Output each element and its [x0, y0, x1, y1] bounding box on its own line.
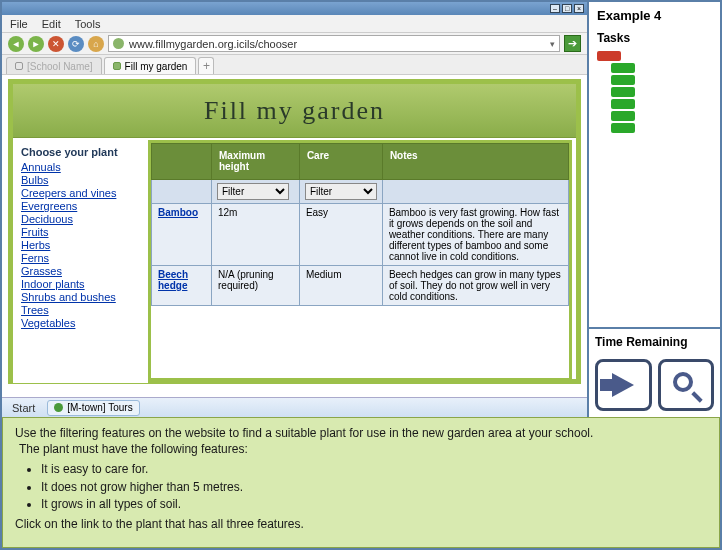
- filter-row: Filter Filter: [152, 180, 569, 204]
- globe-icon: [113, 38, 124, 49]
- zoom-button[interactable]: [658, 359, 715, 411]
- task-indicator: [611, 111, 635, 121]
- tab-icon: [113, 62, 121, 70]
- os-taskbar: Start [M-town] Tours: [2, 397, 587, 417]
- plant-link-beech-hedge[interactable]: Beech hedge: [158, 269, 188, 291]
- tab-school-label: [School Name]: [27, 61, 93, 72]
- home-button[interactable]: ⌂: [88, 36, 104, 52]
- tab-active-label: Fill my garden: [125, 61, 188, 72]
- cell-notes: Beech hedges can grow in many types of s…: [382, 266, 568, 306]
- instruction-bullet: It does not grow higher than 5 metres.: [41, 479, 707, 495]
- app-root: – □ × File Edit Tools ◄ ► ✕ ⟳ ⌂ www.fill…: [0, 0, 722, 550]
- forward-button[interactable]: ►: [28, 36, 44, 52]
- task-indicator: [611, 123, 635, 133]
- magnifier-icon: [673, 372, 699, 398]
- side-panel: Example 4 Tasks Time Remaining: [589, 2, 720, 417]
- sidebar-list: AnnualsBulbsCreepers and vinesEvergreens…: [21, 161, 140, 329]
- plant-link-bamboo[interactable]: Bamboo: [158, 207, 198, 218]
- page-body: Choose your plant AnnualsBulbsCreepers a…: [13, 138, 576, 383]
- upper-pane: – □ × File Edit Tools ◄ ► ✕ ⟳ ⌂ www.fill…: [2, 2, 720, 417]
- col-name: [152, 144, 212, 180]
- sidebar-item-herbs[interactable]: Herbs: [21, 239, 140, 251]
- tasks-indicator: [589, 47, 720, 143]
- taskbar-app[interactable]: [M-town] Tours: [47, 400, 139, 416]
- cell-care: Easy: [299, 204, 382, 266]
- sidebar-item-ferns[interactable]: Ferns: [21, 252, 140, 264]
- start-button[interactable]: Start: [6, 402, 41, 414]
- filter-height[interactable]: Filter: [217, 183, 289, 200]
- sidebar-item-fruits[interactable]: Fruits: [21, 226, 140, 238]
- instruction-bullets: It is easy to care for.It does not grow …: [41, 461, 707, 512]
- close-button[interactable]: ×: [574, 4, 584, 13]
- instructions-panel: Use the filtering features on the websit…: [2, 417, 720, 548]
- col-height: Maximum height: [212, 144, 300, 180]
- instruction-line1: Use the filtering features on the websit…: [15, 425, 707, 441]
- url-bar[interactable]: www.fillmygarden.org.icils/chooser ▾: [108, 35, 560, 52]
- menu-edit[interactable]: Edit: [42, 18, 61, 30]
- task-indicator: [597, 51, 621, 61]
- page-viewport: Fill my garden Choose your plant Annuals…: [2, 75, 587, 397]
- cell-care: Medium: [299, 266, 382, 306]
- instruction-line3: Click on the link to the plant that has …: [15, 516, 707, 532]
- sidebar-item-evergreens[interactable]: Evergreens: [21, 200, 140, 212]
- instruction-line2: The plant must have the following featur…: [19, 441, 707, 457]
- stop-button[interactable]: ✕: [48, 36, 64, 52]
- page-title: Fill my garden: [204, 96, 385, 126]
- sidebar-item-vegetables[interactable]: Vegetables: [21, 317, 140, 329]
- reload-button[interactable]: ⟳: [68, 36, 84, 52]
- table-box: Maximum height Care Notes Filte: [148, 140, 572, 381]
- sidebar-item-grasses[interactable]: Grasses: [21, 265, 140, 277]
- maximize-button[interactable]: □: [562, 4, 572, 13]
- cell-height: 12m: [212, 204, 300, 266]
- sidebar-item-deciduous[interactable]: Deciduous: [21, 213, 140, 225]
- plant-category-sidebar: Choose your plant AnnualsBulbsCreepers a…: [13, 138, 148, 383]
- filter-care[interactable]: Filter: [305, 183, 377, 200]
- tab-school[interactable]: [School Name]: [6, 57, 102, 74]
- tab-icon: [15, 62, 23, 70]
- plants-table: Maximum height Care Notes Filte: [151, 143, 569, 306]
- minimize-button[interactable]: –: [550, 4, 560, 13]
- col-care: Care: [299, 144, 382, 180]
- arrow-right-icon: [612, 373, 634, 397]
- sidebar-item-bulbs[interactable]: Bulbs: [21, 174, 140, 186]
- sidebar-heading: Choose your plant: [21, 146, 140, 158]
- sidebar-item-creepers-and-vines[interactable]: Creepers and vines: [21, 187, 140, 199]
- menu-file[interactable]: File: [10, 18, 28, 30]
- instruction-bullet: It grows in all types of soil.: [41, 496, 707, 512]
- col-notes: Notes: [382, 144, 568, 180]
- menu-bar: File Edit Tools: [2, 15, 587, 33]
- tab-strip: [School Name] Fill my garden +: [2, 55, 587, 75]
- back-button[interactable]: ◄: [8, 36, 24, 52]
- window-titlebar: – □ ×: [2, 2, 587, 15]
- sidebar-item-indoor-plants[interactable]: Indoor plants: [21, 278, 140, 290]
- cell-height: N/A (pruning required): [212, 266, 300, 306]
- next-button[interactable]: [595, 359, 652, 411]
- menu-tools[interactable]: Tools: [75, 18, 101, 30]
- new-tab-button[interactable]: +: [198, 57, 214, 74]
- example-title: Example 4: [589, 2, 720, 25]
- app-icon: [54, 403, 63, 412]
- sidebar-item-shrubs-and-bushes[interactable]: Shrubs and bushes: [21, 291, 140, 303]
- tab-fillmygarden[interactable]: Fill my garden: [104, 57, 197, 74]
- sidebar-item-trees[interactable]: Trees: [21, 304, 140, 316]
- page-banner: Fill my garden: [13, 84, 576, 138]
- table-row: Beech hedgeN/A (pruning required)MediumB…: [152, 266, 569, 306]
- task-indicator: [611, 75, 635, 85]
- plus-icon: +: [203, 59, 210, 73]
- time-remaining-label: Time Remaining: [589, 329, 720, 355]
- table-body: Filter Filter Bamboo12mEasyBamboo is ver…: [152, 180, 569, 306]
- taskbar-app-label: [M-town] Tours: [67, 402, 132, 413]
- table-area: Maximum height Care Notes Filte: [148, 138, 576, 383]
- sidebar-item-annuals[interactable]: Annuals: [21, 161, 140, 173]
- task-indicator: [611, 99, 635, 109]
- task-indicator: [611, 87, 635, 97]
- tasks-heading: Tasks: [589, 25, 720, 47]
- dropdown-icon[interactable]: ▾: [550, 39, 555, 49]
- browser-window: – □ × File Edit Tools ◄ ► ✕ ⟳ ⌂ www.fill…: [2, 2, 589, 417]
- go-button[interactable]: ➔: [564, 35, 581, 52]
- table-row: Bamboo12mEasyBamboo is very fast growing…: [152, 204, 569, 266]
- url-text: www.fillmygarden.org.icils/chooser: [129, 38, 297, 50]
- instruction-bullet: It is easy to care for.: [41, 461, 707, 477]
- cell-notes: Bamboo is very fast growing. How fast it…: [382, 204, 568, 266]
- nav-buttons: [589, 355, 720, 417]
